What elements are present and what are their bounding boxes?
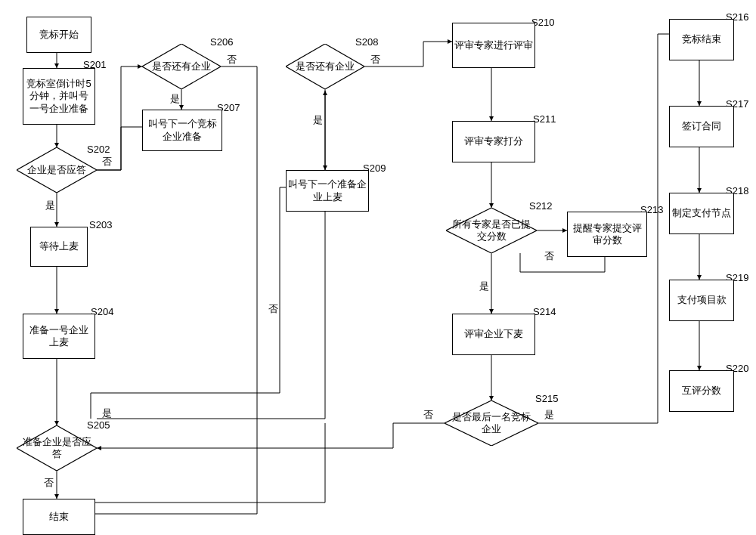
edge-label-yes-5: 是: [479, 280, 489, 293]
node-S203: 等待上麦: [30, 227, 88, 267]
tag-S215: S215: [535, 393, 558, 404]
edge-label-no-extra: 否: [268, 302, 278, 316]
node-S220: 互评分数: [669, 370, 734, 412]
edge-label-no-3: 否: [227, 53, 237, 66]
edge-label-yes-6: 是: [544, 408, 554, 422]
node-S209: 叫号下一个准备企业上麦: [286, 170, 369, 212]
tag-S214: S214: [533, 306, 556, 317]
edge-label-no-6: 否: [423, 408, 433, 422]
connector-layer: [0, 0, 756, 535]
node-S218: 制定支付节点: [669, 193, 734, 234]
node-S214: 评审企业下麦: [452, 314, 535, 355]
node-S207: 叫号下一个竞标企业准备: [142, 110, 222, 151]
node-S206: 是否还有企业: [142, 44, 221, 89]
node-S215: 是否最后一名竞标企业: [445, 400, 538, 446]
node-S205: 准备企业是否应答: [17, 425, 97, 471]
node-start: 竞标开始: [26, 17, 91, 53]
edge-label-yes-4: 是: [313, 113, 323, 127]
tag-S203: S203: [89, 219, 112, 230]
edge-label-no: 否: [102, 155, 112, 169]
edge-label-yes-2: 是: [102, 407, 112, 420]
edge-label-no-2: 否: [44, 476, 54, 490]
edge-label-yes: 是: [45, 199, 55, 212]
node-S213: 提醒专家提交评审分数: [567, 212, 647, 257]
node-S216: 竞标结束: [669, 19, 734, 60]
node-S217: 签订合同: [669, 106, 734, 147]
edge-label-no-4: 否: [370, 53, 380, 66]
edge-label-yes-3: 是: [170, 92, 180, 106]
node-S211: 评审专家打分: [452, 121, 535, 162]
node-S208: 是否还有企业: [286, 44, 364, 89]
node-S212: 所有专家是否已提交分数: [446, 208, 537, 253]
flowchart-canvas: 竞标开始 S201 竞标室倒计时5分钟，并叫号一号企业准备 S202 企业是否应…: [0, 0, 756, 535]
tag-S211: S211: [533, 113, 556, 125]
node-S219: 支付项目款: [669, 280, 734, 321]
node-S204: 准备一号企业上麦: [23, 314, 95, 359]
node-S202: 企业是否应答: [17, 147, 97, 193]
node-S210: 评审专家进行评审: [452, 23, 535, 68]
edge-label-no-5: 否: [544, 249, 554, 263]
node-S201: 竞标室倒计时5分钟，并叫号一号企业准备: [23, 68, 95, 125]
node-end: 结束: [23, 499, 95, 535]
